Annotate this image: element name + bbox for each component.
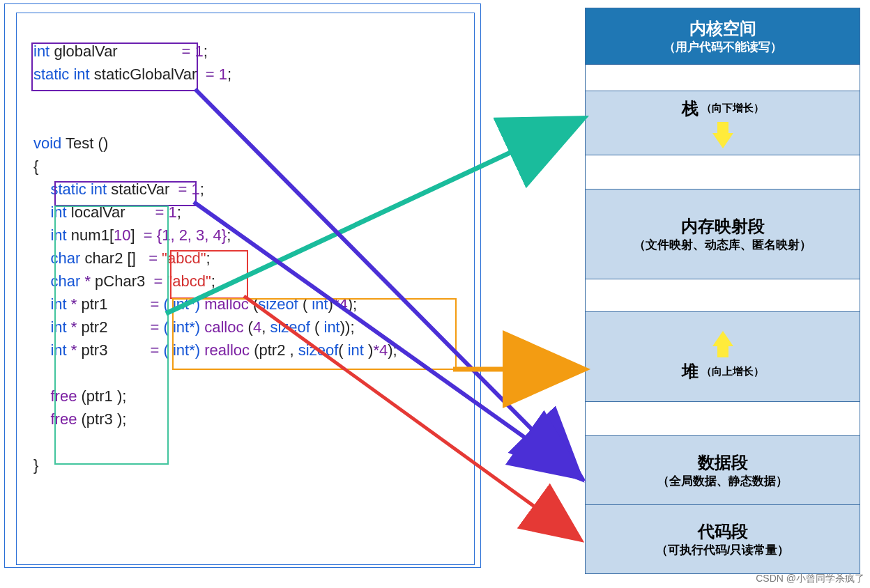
code-frame-inner: int globalVar = 1; static int staticGlob… <box>16 13 475 565</box>
watermark: CSDN @小曾同学杀疯了 <box>756 573 864 585</box>
box-string-literals <box>170 250 248 299</box>
mem-gap-4 <box>586 401 860 435</box>
arrow-up-icon <box>712 331 733 346</box>
box-heap-alloc <box>172 298 457 370</box>
mem-stack: 栈 （向下增长） <box>586 91 860 155</box>
box-globals <box>31 42 198 91</box>
box-staticvar <box>54 181 197 206</box>
mem-code: 代码段 （可执行代码/只读常量） <box>586 504 860 573</box>
mem-gap-1 <box>586 64 860 91</box>
mem-gap-2 <box>586 155 860 189</box>
mem-kernel: 内核空间 （用户代码不能读写） <box>586 8 860 64</box>
mem-mmap: 内存映射段 （文件映射、动态库、匿名映射） <box>586 189 860 279</box>
mem-heap: 堆 （向上增长） <box>586 311 860 401</box>
mem-gap-3 <box>586 279 860 311</box>
mem-data: 数据段 （全局数据、静态数据） <box>586 435 860 504</box>
arrow-down-icon <box>712 133 733 148</box>
diagram-stage: int globalVar = 1; static int staticGlob… <box>0 0 870 588</box>
memory-layout: 内核空间 （用户代码不能读写） 栈 （向下增长） 内存映射段 （文件映射、动态库… <box>585 8 860 574</box>
box-locals <box>54 206 169 465</box>
